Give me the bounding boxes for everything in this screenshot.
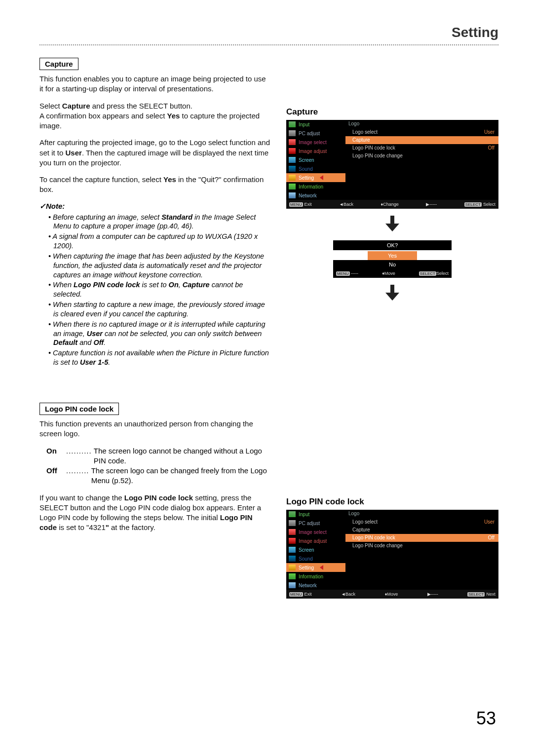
osd-sidebar: Input PC adjust Image select Image adjus… — [286, 510, 345, 590]
confirm-yes-button[interactable]: Yes — [368, 251, 417, 260]
pin-desc-1: This function prevents an unauthorized p… — [39, 419, 271, 439]
pin-desc-2: If you want to change the Logo PIN code … — [39, 493, 271, 533]
page-header-title: Setting — [39, 25, 498, 40]
osd-right-panel: Logo Logo selectUser Capture Logo PIN co… — [345, 120, 498, 200]
capture-desc-2: Select Capture and press the SELECT butt… — [39, 101, 271, 131]
pin-section-label: Logo PIN code lock — [39, 403, 119, 415]
osd-footer: MENUExit ◄Back ♦Change ▶----- SELECTSele… — [286, 200, 498, 209]
osd-sidebar: Input PC adjust Image select Image adjus… — [286, 120, 345, 200]
right-pin-heading: Logo PIN code lock — [286, 497, 498, 507]
capture-section-label: Capture — [39, 58, 78, 70]
page-number: 53 — [476, 708, 496, 729]
osd-right-panel: Logo Logo selectUser Capture Logo PIN co… — [345, 510, 498, 590]
left-arrow-icon — [320, 565, 323, 570]
osd-pin-menu: Input PC adjust Image select Image adjus… — [286, 510, 498, 599]
pin-definitions: On.......... The screen logo cannot be c… — [46, 446, 271, 486]
down-arrow-icon — [286, 214, 498, 235]
capture-desc-4: To cancel the capture function, select Y… — [39, 175, 271, 195]
header-separator — [39, 44, 498, 45]
confirm-ok-label: OK? — [333, 240, 452, 250]
confirm-no-button[interactable]: No — [333, 260, 452, 269]
confirm-dialog: OK? Yes No MENU ----- ♦Move SELECTSelect — [333, 240, 452, 278]
osd-footer: MENUExit ◄Back ♦Move ▶----- SELECTNext — [286, 590, 498, 599]
osd-capture-menu: Input PC adjust Image select Image adjus… — [286, 120, 498, 209]
note-list: Before capturing an image, select Standa… — [39, 213, 271, 368]
right-capture-heading: Capture — [286, 107, 498, 117]
down-arrow-icon — [286, 283, 498, 304]
capture-desc-3: After capturing the projected image, go … — [39, 138, 271, 168]
left-arrow-icon — [320, 175, 323, 180]
note-heading: ✓Note: — [39, 202, 271, 211]
capture-desc-1: This function enables you to capture an … — [39, 74, 271, 94]
